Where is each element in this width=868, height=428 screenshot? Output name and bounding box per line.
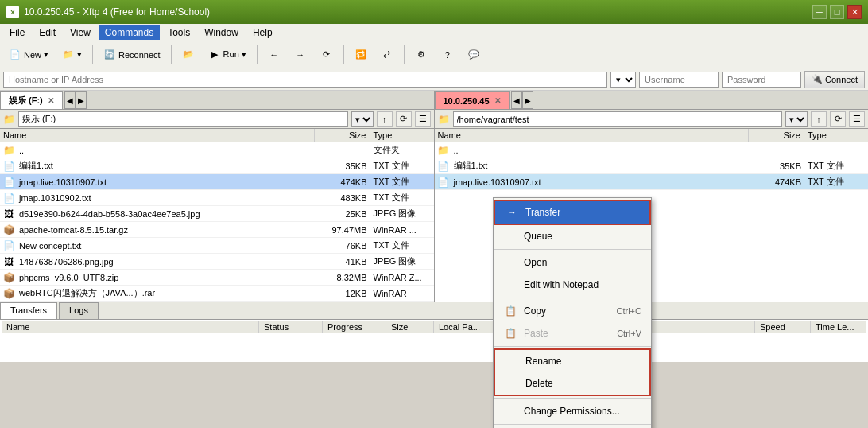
left-tab-prev[interactable]: ◀ — [64, 91, 76, 109]
context-menu-rename[interactable]: Rename — [495, 350, 649, 372]
help-icon: ? — [441, 49, 454, 61]
minimize-button[interactable]: ─ — [812, 5, 827, 19]
toolbar-sep5 — [404, 45, 405, 64]
context-menu-paste[interactable]: 📋 Paste Ctrl+V — [494, 322, 651, 344]
table-row[interactable]: 📁 .. — [435, 142, 869, 158]
table-row[interactable]: 📦 phpcms_v9.6.0_UTF8.zip 8.32MB WinRAR Z… — [0, 270, 434, 286]
tc-speed[interactable]: Speed — [755, 321, 811, 333]
left-tab-next[interactable]: ▶ — [76, 91, 87, 109]
title-bar: X 10.0.250.45 - Xftp 4 (Free for Home/Sc… — [0, 0, 868, 24]
right-col-type[interactable]: Type — [804, 129, 868, 142]
right-view-button[interactable]: ☰ — [849, 111, 865, 127]
right-tab-prev[interactable]: ◀ — [511, 91, 522, 109]
right-col-name[interactable]: Name — [435, 129, 750, 142]
settings-button[interactable]: ⚙ — [409, 45, 433, 64]
context-menu-delete[interactable]: Delete — [495, 372, 649, 395]
left-refresh-button[interactable]: ⟳ — [396, 111, 412, 127]
right-tab-next[interactable]: ▶ — [522, 91, 533, 109]
right-folder-icon: 📁 — [438, 114, 450, 125]
left-col-type[interactable]: Type — [370, 129, 434, 142]
context-menu-edit-notepad[interactable]: Edit with Notepad — [494, 274, 651, 296]
folder-up-button[interactable]: 📂 — [176, 45, 200, 64]
left-file-list-header: Name Size Type — [0, 129, 434, 142]
left-col-size[interactable]: Size — [315, 129, 370, 142]
left-folder-icon: 📁 — [3, 114, 15, 125]
context-menu-transfer-group: → Transfer — [494, 200, 651, 225]
queue-icon — [503, 229, 517, 243]
back-button[interactable]: 📁 ▾ — [56, 45, 87, 64]
new-button[interactable]: 📄 New ▾ — [3, 45, 54, 64]
menu-view[interactable]: View — [64, 25, 97, 40]
left-col-name[interactable]: Name — [0, 129, 315, 142]
connect-button[interactable]: 🔌 Connect — [804, 71, 865, 88]
arrow-left-button[interactable]: ← — [262, 45, 286, 64]
transfer-button[interactable]: 🔁 — [349, 45, 373, 64]
right-tab-close[interactable]: ✕ — [494, 96, 501, 105]
table-row[interactable]: 📄 jmap.live.10310907.txt 474KB TXT 文件 — [435, 174, 869, 190]
username-input[interactable] — [639, 72, 719, 88]
left-panel: 📁 ▾ ↑ ⟳ ☰ Name Size Type 📁 .. — [0, 110, 435, 302]
table-row[interactable]: 📄 编辑1.txt 35KB TXT 文件 — [0, 158, 434, 174]
context-menu-copy[interactable]: 📋 Copy Ctrl+C — [494, 300, 651, 322]
tc-time[interactable]: Time Le... — [811, 321, 866, 333]
menu-edit[interactable]: Edit — [33, 25, 62, 40]
chat-button[interactable]: 💬 — [462, 45, 486, 64]
left-tab-label: 娱乐 (F:) — [9, 95, 43, 107]
left-tab-close[interactable]: ✕ — [48, 96, 54, 105]
help-button[interactable]: ? — [436, 45, 459, 64]
tc-local-path[interactable]: Local Pa... — [434, 321, 498, 333]
table-row[interactable]: 📄 jmap.live.10310907.txt 474KB TXT 文件 — [0, 174, 434, 190]
hostname-dropdown[interactable]: ▾ — [610, 72, 636, 88]
arrow-right-button[interactable]: → — [289, 45, 312, 64]
cm-separator-4 — [494, 398, 651, 399]
left-view-button[interactable]: ☰ — [415, 111, 431, 127]
tc-size[interactable]: Size — [386, 321, 434, 333]
right-up-button[interactable]: ↑ — [811, 111, 827, 127]
left-up-button[interactable]: ↑ — [377, 111, 393, 127]
close-button[interactable]: ✕ — [847, 5, 862, 19]
context-menu-open[interactable]: Open — [494, 251, 651, 274]
menu-commands[interactable]: Commands — [99, 25, 160, 40]
table-row[interactable]: 📄 编辑1.txt 35KB TXT 文件 — [435, 158, 869, 174]
tc-progress[interactable]: Progress — [323, 321, 386, 333]
connect-icon: 🔌 — [812, 74, 823, 84]
table-row[interactable]: 🖼 1487638706286.png.jpg 41KB JPEG 图像 — [0, 254, 434, 270]
table-row[interactable]: 📦 apache-tomcat-8.5.15.tar.gz 97.47MB Wi… — [0, 222, 434, 238]
tab-transfers[interactable]: Transfers — [0, 302, 57, 319]
tab-logs[interactable]: Logs — [59, 302, 99, 319]
menu-window[interactable]: Window — [198, 25, 245, 40]
left-path-dropdown[interactable]: ▾ — [351, 111, 374, 127]
toolbar-sep2 — [171, 45, 172, 64]
menu-file[interactable]: File — [3, 25, 31, 40]
right-path-input[interactable] — [453, 111, 783, 127]
folder-browse-icon: 📁 — [62, 49, 75, 61]
right-path-dropdown[interactable]: ▾ — [785, 111, 808, 127]
hostname-input[interactable] — [3, 72, 607, 88]
left-panel-tab[interactable]: 娱乐 (F:) ✕ — [0, 91, 63, 109]
table-row[interactable]: 📁 .. 文件夹 — [0, 142, 434, 158]
menu-help[interactable]: Help — [246, 25, 279, 40]
table-row[interactable]: 🖼 d519e390-b624-4dab-b558-3a0ac4ee7ea5.j… — [0, 206, 434, 222]
tc-name[interactable]: Name — [2, 321, 259, 333]
context-menu-transfer[interactable]: → Transfer — [495, 201, 649, 224]
copy-icon: 📋 — [503, 304, 517, 318]
left-file-list[interactable]: Name Size Type 📁 .. 文件夹 📄 编辑1.txt 35KB T… — [0, 129, 434, 302]
refresh-button[interactable]: ⟳ — [315, 45, 339, 64]
context-menu-queue[interactable]: Queue — [494, 225, 651, 247]
right-col-size[interactable]: Size — [749, 129, 804, 142]
table-row[interactable]: 📄 jmap.10310902.txt 483KB TXT 文件 — [0, 190, 434, 206]
reconnect-icon: 🔄 — [103, 49, 116, 61]
left-path-input[interactable] — [18, 111, 348, 127]
menu-tools[interactable]: Tools — [161, 25, 196, 40]
tc-status[interactable]: Status — [259, 321, 323, 333]
table-row[interactable]: 📦 webRTC闪退解决方（JAVA...）.rar 12KB WinRAR — [0, 286, 434, 302]
run-button[interactable]: ▶ Run ▾ — [203, 45, 252, 64]
maximize-button[interactable]: □ — [830, 5, 844, 19]
password-input[interactable] — [722, 72, 801, 88]
reconnect-button[interactable]: 🔄 Reconnect — [98, 45, 166, 64]
right-panel-tab[interactable]: 10.0.250.45 ✕ — [435, 91, 510, 109]
sync-button[interactable]: ⇄ — [375, 45, 399, 64]
context-menu-permissions[interactable]: Change Permissions... — [494, 400, 651, 422]
right-refresh-button[interactable]: ⟳ — [830, 111, 846, 127]
table-row[interactable]: 📄 New concept.txt 76KB TXT 文件 — [0, 238, 434, 254]
